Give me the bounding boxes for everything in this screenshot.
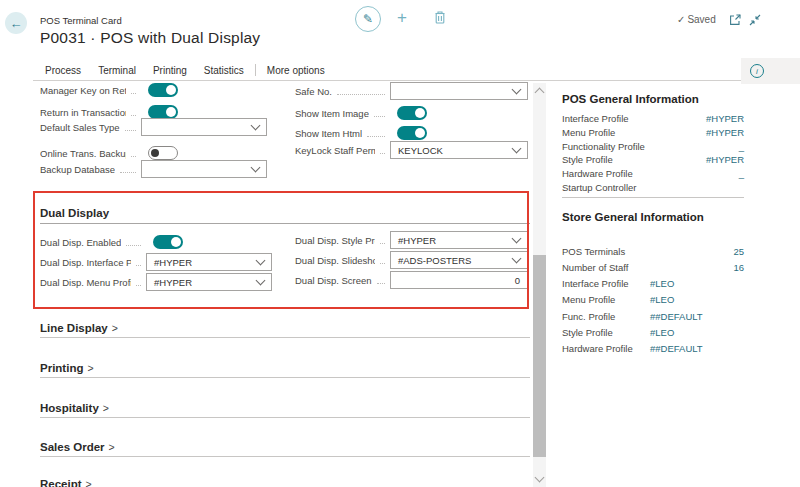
factbox-label: Interface Profile bbox=[562, 278, 629, 289]
factbox-info-strip: i bbox=[741, 58, 800, 84]
field-label: Online Trans. Backup bbox=[40, 148, 126, 159]
field-label: Default Sales Type bbox=[40, 122, 120, 133]
factbox-value[interactable]: ##DEFAULT bbox=[650, 343, 703, 354]
backup-database-dropdown[interactable] bbox=[141, 160, 267, 178]
factbox-value[interactable]: #LEO bbox=[650, 278, 674, 289]
edit-button[interactable]: ✎ bbox=[355, 6, 381, 32]
factbox-row-hardware-profile: Hardware Profile##DEFAULT bbox=[562, 343, 744, 354]
scroll-down-icon[interactable] bbox=[535, 473, 545, 483]
section-printing[interactable]: Printing> bbox=[40, 362, 530, 378]
dotted-leader bbox=[380, 242, 385, 244]
dotted-leader bbox=[136, 284, 141, 286]
factbox-row-menu-profile: Menu Profile#LEO bbox=[562, 294, 744, 305]
factbox-value[interactable]: #HYPER bbox=[706, 127, 744, 138]
open-in-window-button[interactable] bbox=[729, 14, 741, 26]
action-menu-bar: ProcessTerminalPrintingStatisticsMore op… bbox=[33, 60, 800, 81]
dotted-leader bbox=[374, 115, 385, 117]
safe-no-dropdown[interactable] bbox=[390, 82, 528, 100]
factbox-value[interactable]: #HYPER bbox=[706, 154, 744, 165]
dual-disp-interface-pro-dropdown[interactable]: #HYPER bbox=[146, 253, 272, 271]
factbox-label: Style Profile bbox=[562, 154, 613, 165]
factbox-value[interactable]: _ bbox=[739, 141, 744, 152]
breadcrumb[interactable]: POS Terminal Card bbox=[40, 15, 122, 26]
factbox-row-interface-profile: Interface Profile#LEO bbox=[562, 278, 744, 289]
section-title: Line Display bbox=[40, 322, 108, 334]
dropdown-value: #HYPER bbox=[154, 277, 192, 288]
scrollbar-thumb[interactable] bbox=[533, 255, 546, 457]
factbox-label: Func. Profile bbox=[562, 311, 615, 322]
fit-to-window-button[interactable] bbox=[749, 14, 761, 26]
field-label: Show Item Image bbox=[295, 108, 369, 119]
online-trans-backup-toggle[interactable] bbox=[148, 146, 178, 160]
toggle-knob bbox=[166, 107, 176, 117]
dotted-leader bbox=[337, 93, 385, 95]
checkmark-icon: ✓ bbox=[677, 14, 685, 25]
control-slot: #HYPER bbox=[146, 273, 272, 291]
back-button[interactable]: ← bbox=[5, 12, 27, 34]
factbox-pos-general-title: POS General Information bbox=[562, 93, 699, 105]
factbox-store-general-title: Store General Information bbox=[562, 211, 704, 223]
vertical-scrollbar[interactable] bbox=[533, 83, 546, 487]
default-sales-type-dropdown[interactable] bbox=[141, 118, 267, 136]
factbox-value[interactable]: #HYPER bbox=[706, 113, 744, 124]
factbox-label: Startup Controller bbox=[562, 182, 636, 193]
dual-disp-enabled-toggle[interactable] bbox=[153, 235, 183, 249]
section-line-display[interactable]: Line Display> bbox=[40, 322, 530, 338]
input-value: 0 bbox=[515, 275, 520, 286]
add-new-button[interactable]: + bbox=[397, 8, 407, 28]
factbox-value[interactable]: ##DEFAULT bbox=[650, 311, 703, 322]
factbox-row-functionality-profile: Functionality Profile_ bbox=[562, 141, 744, 152]
dotted-leader bbox=[131, 155, 136, 157]
factbox-value[interactable]: 25 bbox=[733, 246, 744, 257]
chevron-down-icon bbox=[256, 256, 266, 266]
field-label: Show Item Html bbox=[295, 128, 362, 139]
show-item-html-toggle[interactable] bbox=[397, 126, 427, 140]
chevron-right-icon: > bbox=[109, 441, 115, 453]
field-row-dual-disp-menu-profile: Dual Disp. Menu Profile#HYPER bbox=[40, 273, 272, 291]
section-title: Printing bbox=[40, 362, 83, 374]
chevron-right-icon: > bbox=[87, 362, 93, 374]
delete-button[interactable] bbox=[433, 10, 447, 25]
field-row-dual-disp-interface-pro: Dual Disp. Interface Pro...#HYPER bbox=[40, 253, 272, 271]
field-label: Safe No. bbox=[295, 86, 332, 97]
show-item-image-toggle[interactable] bbox=[397, 106, 427, 120]
factbox-value[interactable]: 16 bbox=[733, 262, 744, 273]
section-receipt[interactable]: Receipt> bbox=[40, 478, 530, 487]
control-slot: KEYLOCK bbox=[390, 141, 528, 159]
control-slot bbox=[141, 146, 267, 160]
menu-divider bbox=[255, 64, 256, 76]
factbox-value[interactable]: #LEO bbox=[650, 327, 674, 338]
dotted-leader bbox=[380, 262, 385, 264]
dotted-leader bbox=[377, 282, 385, 284]
factbox-label: Hardware Profile bbox=[562, 343, 633, 354]
section-sales-order[interactable]: Sales Order> bbox=[40, 441, 530, 457]
more-options-button[interactable]: More options bbox=[262, 63, 330, 78]
dual-disp-menu-profile-dropdown[interactable]: #HYPER bbox=[146, 273, 272, 291]
control-slot bbox=[141, 118, 267, 136]
info-icon[interactable]: i bbox=[750, 64, 764, 78]
field-row-dual-disp-style-profile: Dual Disp. Style Profile#HYPER bbox=[295, 231, 528, 249]
manager-key-on-return-toggle[interactable] bbox=[148, 83, 178, 97]
return-in-transaction-toggle[interactable] bbox=[148, 105, 178, 119]
tab-statistics[interactable]: Statistics bbox=[199, 63, 249, 78]
dual-disp-screen-input[interactable]: 0 bbox=[390, 271, 528, 289]
factbox-value[interactable]: _ bbox=[739, 168, 744, 179]
factbox-label: Number of Staff bbox=[562, 262, 628, 273]
field-row-keylock-staff-perm-gr: KeyLock Staff Perm. Gr...KEYLOCK bbox=[295, 141, 528, 159]
scroll-up-icon[interactable] bbox=[535, 88, 545, 98]
tab-terminal[interactable]: Terminal bbox=[93, 63, 141, 78]
control-slot: 0 bbox=[390, 271, 528, 289]
control-slot: #HYPER bbox=[146, 253, 272, 271]
keylock-staff-perm-gr-dropdown[interactable]: KEYLOCK bbox=[390, 141, 528, 159]
section-title: Hospitality bbox=[40, 402, 99, 414]
tab-process[interactable]: Process bbox=[40, 63, 86, 78]
dropdown-value: #HYPER bbox=[398, 235, 436, 246]
factbox-row-number-of-staff: Number of Staff16 bbox=[562, 262, 744, 273]
factbox-value[interactable]: #LEO bbox=[650, 294, 674, 305]
factbox-row-hardware-profile: Hardware Profile_ bbox=[562, 168, 744, 179]
dual-disp-slideshow-dropdown[interactable]: #ADS-POSTERS bbox=[390, 251, 528, 269]
section-hospitality[interactable]: Hospitality> bbox=[40, 402, 530, 418]
dual-disp-style-profile-dropdown[interactable]: #HYPER bbox=[390, 231, 528, 249]
section-dual-display[interactable]: Dual Display bbox=[40, 207, 530, 224]
tab-printing[interactable]: Printing bbox=[148, 63, 192, 78]
